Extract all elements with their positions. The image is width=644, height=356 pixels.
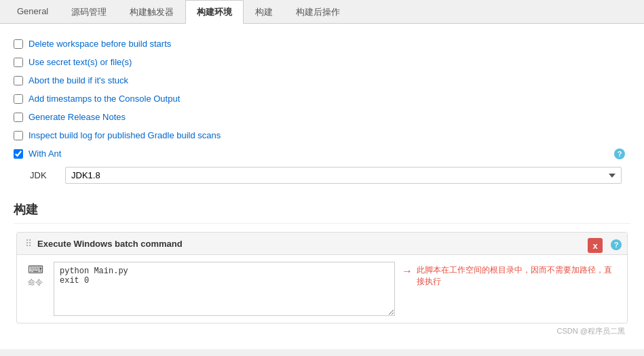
tab-post-build[interactable]: 构建后操作 [284, 0, 352, 24]
build-block-header: ⠿ Execute Windows batch command x ? [17, 233, 627, 255]
cmd-icon: ⌨ [28, 263, 43, 276]
inspect-build-log-label[interactable]: Inspect build log for published Gradle b… [29, 130, 221, 140]
build-block: ⠿ Execute Windows batch command x ? ⌨ 命令… [16, 232, 628, 323]
main-content: Delete workspace before build starts Use… [0, 24, 644, 349]
add-timestamps-checkbox[interactable] [14, 94, 23, 104]
checkbox-row-3: Abort the build if it's stuck [14, 71, 630, 90]
build-section-title: 构建 [14, 201, 630, 224]
cmd-label: 命令 [28, 277, 43, 288]
delete-workspace-checkbox[interactable] [14, 39, 23, 49]
checkbox-row-1: Delete workspace before build starts [14, 35, 630, 53]
tab-general[interactable]: General [5, 0, 60, 24]
inspect-build-log-checkbox[interactable] [14, 131, 23, 140]
drag-handle-icon[interactable]: ⠿ [25, 238, 32, 249]
command-body: python Main.py exit 0 → 此脚本在工作空间的根目录中，因而… [54, 262, 619, 316]
jdk-row: JDK JDK1.8 JDK11 JDK17 [14, 163, 630, 188]
with-ant-help-icon[interactable]: ? [614, 149, 625, 159]
jdk-select[interactable]: JDK1.8 JDK11 JDK17 [65, 167, 622, 184]
use-secret-checkbox[interactable] [14, 58, 23, 67]
checkbox-row-2: Use secret text(s) or file(s) [14, 53, 630, 71]
arrow-right-icon: → [402, 265, 413, 277]
checkbox-row-5: Generate Release Notes [14, 108, 630, 126]
tab-build[interactable]: 构建 [244, 0, 284, 24]
tab-bar: General 源码管理 构建触发器 构建环境 构建 构建后操作 [0, 0, 644, 24]
tab-triggers[interactable]: 构建触发器 [118, 0, 185, 24]
delete-block-button[interactable]: x [588, 238, 603, 253]
command-label-icon: ⌨ 命令 [25, 262, 45, 288]
block-help-icon[interactable]: ? [611, 239, 622, 250]
abort-build-checkbox[interactable] [14, 76, 23, 85]
with-ant-label[interactable]: With Ant [29, 149, 61, 159]
abort-build-label[interactable]: Abort the build if it's stuck [29, 75, 128, 85]
checkbox-row-6: Inspect build log for published Gradle b… [14, 126, 630, 144]
watermark: CSDN @程序员二黑 [14, 323, 630, 338]
generate-notes-label[interactable]: Generate Release Notes [29, 112, 126, 122]
tab-build-env[interactable]: 构建环境 [185, 0, 244, 24]
checkbox-row-4: Add timestamps to the Console Output [14, 90, 630, 108]
command-annotation: → 此脚本在工作空间的根目录中，因而不需要加路径，直接执行 [402, 262, 619, 288]
add-timestamps-label[interactable]: Add timestamps to the Console Output [29, 94, 180, 104]
command-textarea[interactable]: python Main.py exit 0 [54, 262, 395, 316]
jdk-label: JDK [30, 170, 57, 180]
annotation-text: 此脚本在工作空间的根目录中，因而不需要加路径，直接执行 [417, 264, 619, 288]
tab-source[interactable]: 源码管理 [60, 0, 118, 24]
command-area: ⌨ 命令 python Main.py exit 0 → 此脚本在工作空间的根目… [17, 255, 627, 323]
use-secret-label[interactable]: Use secret text(s) or file(s) [29, 57, 132, 67]
with-ant-checkbox[interactable] [14, 149, 23, 159]
block-title: Execute Windows batch command [37, 239, 183, 249]
with-ant-row: With Ant ? [14, 144, 630, 163]
generate-notes-checkbox[interactable] [14, 113, 23, 122]
delete-workspace-label[interactable]: Delete workspace before build starts [29, 39, 171, 49]
